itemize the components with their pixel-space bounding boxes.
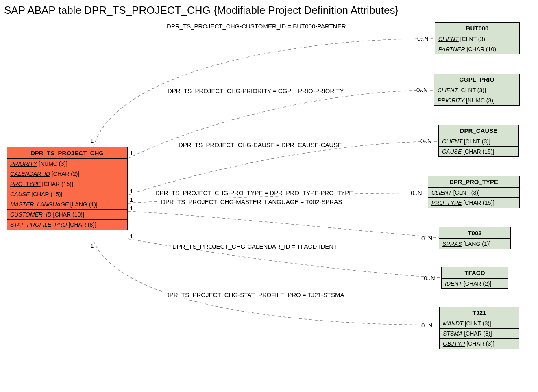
cardinality-right: 0..N: [411, 189, 422, 196]
relation-label: DPR_TS_PROJECT_CHG-PRIORITY = CGPL_PRIO-…: [166, 87, 346, 94]
entity-but000: BUT000 CLIENT [CLNT (3)] PARTNER [CHAR (…: [435, 22, 520, 54]
relation-label: DPR_TS_PROJECT_CHG-CALENDAR_ID = TFACD-I…: [171, 243, 339, 250]
relation-label: DPR_TS_PROJECT_CHG-PRO_TYPE = DPR_PRO_TY…: [154, 189, 355, 196]
entity-field: CLIENT [CLNT (3)]: [435, 34, 519, 44]
cardinality-left: 1: [130, 196, 133, 203]
entity-field: CLIENT [CLNT (3)]: [439, 136, 518, 147]
entity-field: PRIORITY [NUMC (3)]: [434, 95, 519, 105]
entity-header: DPR_PRO_TYPE: [428, 176, 519, 188]
entity-tj21: TJ21 MANDT [CLNT (3)] STSMA [CHAR (8)] O…: [439, 307, 519, 349]
entity-header: T002: [439, 227, 510, 239]
diagram-title: SAP ABAP table DPR_TS_PROJECT_CHG {Modif…: [4, 4, 399, 17]
entity-field: CAUSE [CHAR (15)]: [439, 147, 518, 156]
entity-header: DPR_CAUSE: [439, 125, 518, 136]
entity-main-field: PRO_TYPE [CHAR (15)]: [7, 179, 127, 189]
entity-field: MANDT [CLNT (3)]: [440, 318, 519, 329]
entity-main-field: CAUSE [CHAR (15)]: [7, 189, 127, 199]
cardinality-right: 0..N: [420, 137, 432, 144]
entity-main-field: STAT_PROFILE_PRO [CHAR (8)]: [7, 220, 127, 230]
entity-main-field: PRIORITY [NUMC (3)]: [7, 159, 127, 169]
cardinality-right: 0..N: [416, 86, 428, 93]
entity-header: BUT000: [435, 23, 519, 34]
cardinality-left: 1: [130, 233, 133, 240]
entity-header: CGPL_PRIO: [434, 74, 519, 85]
cardinality-right: 0..N: [424, 275, 435, 282]
cardinality-left: 1: [90, 242, 94, 249]
entity-cgplprio: CGPL_PRIO CLIENT [CLNT (3)] PRIORITY [NU…: [434, 74, 520, 106]
cardinality-left: 1: [90, 137, 94, 144]
cardinality-right: 0..N: [417, 35, 429, 42]
entity-field: OBJTYP [CHAR (3)]: [440, 339, 519, 349]
entity-field: PARTNER [CHAR (10)]: [435, 44, 519, 54]
entity-field: IDENT [CHAR (2)]: [442, 279, 508, 288]
cardinality-left: 1: [130, 205, 133, 212]
entity-main-field: CUSTOMER_ID [CHAR (10)]: [7, 210, 127, 220]
entity-t002: T002 SPRAS [LANG (1)]: [439, 227, 511, 249]
entity-main-field: MASTER_LANGUAGE [LANG (1)]: [7, 199, 127, 210]
entity-field: PRO_TYPE [CHAR (15)]: [428, 198, 519, 208]
entity-dprprotype: DPR_PRO_TYPE CLIENT [CLNT (3)] PRO_TYPE …: [428, 176, 520, 208]
entity-tfacd: TFACD IDENT [CHAR (2)]: [441, 267, 508, 289]
cardinality-right: 0..N: [421, 235, 433, 242]
entity-main-field: CALENDAR_ID [CHAR (2)]: [7, 169, 127, 179]
cardinality-left: 1: [130, 188, 133, 195]
relation-label: DPR_TS_PROJECT_CHG-CUSTOMER_ID = BUT000-…: [165, 23, 348, 30]
entity-main-header: DPR_TS_PROJECT_CHG: [7, 147, 127, 159]
entity-header: TJ21: [440, 307, 519, 318]
relation-label: DPR_TS_PROJECT_CHG-CAUSE = DPR_CAUSE-CAU…: [177, 141, 343, 148]
entity-field: CLIENT [CLNT (3)]: [434, 85, 519, 95]
entity-dprcause: DPR_CAUSE CLIENT [CLNT (3)] CAUSE [CHAR …: [438, 125, 519, 157]
entity-field: SPRAS [LANG (1)]: [439, 239, 510, 249]
entity-field: CLIENT [CLNT (3)]: [428, 188, 519, 198]
cardinality-right: 0..N: [421, 322, 433, 329]
cardinality-left: 1: [130, 149, 133, 156]
relation-label: DPR_TS_PROJECT_CHG-STAT_PROFILE_PRO = TJ…: [163, 291, 346, 298]
entity-field: STSMA [CHAR (8)]: [440, 329, 519, 339]
entity-main: DPR_TS_PROJECT_CHG PRIORITY [NUMC (3)] C…: [7, 147, 128, 230]
entity-header: TFACD: [442, 267, 508, 279]
relation-label: DPR_TS_PROJECT_CHG-MASTER_LANGUAGE = T00…: [159, 198, 344, 205]
